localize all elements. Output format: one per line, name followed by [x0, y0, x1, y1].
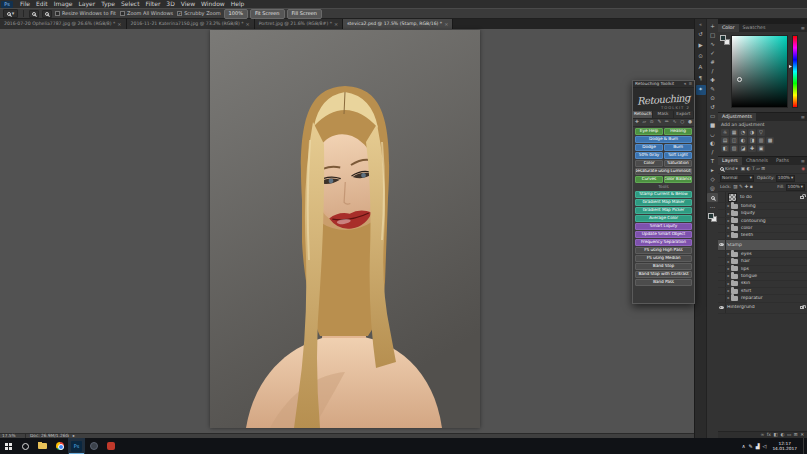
channel-mixer-icon[interactable]: ▥	[757, 137, 765, 144]
toolkit-button-dodge[interactable]: Dodge	[635, 144, 663, 151]
toolkit-button-dodge-burn[interactable]: Dodge & Burn	[635, 136, 692, 143]
checkbox-scrubby-zoom[interactable]: ✓Scrubby Zoom	[177, 11, 220, 16]
toolkit-tab-retouch[interactable]: Retouch	[633, 111, 653, 118]
foreground-color-swatch[interactable]	[708, 213, 714, 219]
filter-pixel-layers-icon[interactable]: ▣	[741, 167, 745, 172]
invert-icon[interactable]: ◧	[721, 145, 729, 152]
color-lookup-icon[interactable]: ▩	[766, 137, 774, 144]
toolkit-button-saturation[interactable]: Saturation	[664, 160, 692, 167]
chrome-button[interactable]	[51, 438, 68, 454]
toolkit-button-eye-help[interactable]: Eye Help	[635, 128, 663, 135]
photoshop-button[interactable]: Ps	[68, 438, 85, 454]
toolkit-button-band-pass[interactable]: Band Pass	[635, 279, 692, 286]
file-explorer-button[interactable]	[34, 438, 51, 454]
tab-close-icon[interactable]: ×	[334, 22, 338, 27]
marquee-tool[interactable]: □	[707, 31, 718, 40]
taskbar-clock[interactable]: 12:17 14.01.2017	[769, 441, 800, 452]
gradient-tool[interactable]: ■	[707, 121, 718, 130]
checkbox-resize-windows-to-fit[interactable]: Resize Windows to Fit	[55, 11, 116, 16]
adjustment-layer-icon[interactable]: ◐	[780, 433, 784, 438]
toolkit-button-gradient-map-maker[interactable]: Gradient Map Maker	[635, 199, 692, 206]
collapse-icon[interactable]: «	[684, 82, 687, 86]
lock-position-icon[interactable]: ✚	[744, 185, 748, 190]
dodge-tool-icon[interactable]: ○	[680, 120, 684, 125]
visibility-toggle[interactable]	[718, 281, 726, 287]
filter-kind-label[interactable]: Kind	[725, 167, 734, 171]
curves-icon[interactable]: ◔	[739, 129, 747, 136]
panel-color-swatches[interactable]	[720, 35, 730, 45]
document-tab[interactable]: 2016-07-20 Ophelia7787.jpg @ 26.6% (RGB/…	[0, 19, 127, 29]
layer-row-reparatur[interactable]: ▸reparatur	[718, 295, 807, 302]
lock-pixels-icon[interactable]: ✎	[739, 185, 743, 190]
toolkit-tab-export[interactable]: Export	[674, 111, 694, 118]
canvas-area[interactable]	[0, 29, 694, 433]
visibility-toggle[interactable]	[718, 273, 726, 279]
toolkit-button-healing[interactable]: Healing	[664, 128, 692, 135]
brush-tool-icon[interactable]: ✎	[657, 120, 661, 125]
toolkit-button-curves[interactable]: Curves	[635, 176, 663, 183]
pen-tool[interactable]: /	[707, 148, 718, 157]
document-tab[interactable]: 2016-11-21 Katerina7150.jpg @ 73.2% (RGB…	[127, 19, 255, 29]
show-desktop-button[interactable]	[803, 438, 806, 454]
visibility-toggle[interactable]	[718, 225, 726, 231]
toolkit-tab-mask[interactable]: Mask	[653, 111, 673, 118]
shape-tool[interactable]: ◇	[707, 175, 718, 184]
photo-filter-icon[interactable]: ◨	[748, 137, 756, 144]
tray-volume-icon[interactable]: ◁	[763, 444, 767, 449]
layer-row-hintergrund[interactable]: Hintergrund	[718, 303, 807, 314]
layer-effects-icon[interactable]: fx	[767, 433, 771, 438]
clone-stamp-tool-icon[interactable]: ⊙	[650, 120, 654, 125]
toolkit-button-frequency-separation[interactable]: Frequency Separation	[635, 239, 692, 246]
checkbox-box[interactable]: ✓	[177, 11, 182, 16]
toolkit-button-soft-light[interactable]: Soft Light	[664, 152, 692, 159]
selective-color-icon[interactable]: ✚	[748, 145, 756, 152]
blur-tool[interactable]: ◡	[707, 130, 718, 139]
clone-stamp-tool[interactable]: ⊙	[707, 94, 718, 103]
layers-tab-layers[interactable]: Layers	[718, 157, 742, 165]
document-tab[interactable]: stevica2.psd @ 17.5% (Stamp, RGB/16) *×	[343, 19, 453, 29]
visibility-toggle[interactable]	[718, 251, 726, 257]
toolkit-header[interactable]: Retouching Toolkit « ≡	[633, 81, 694, 88]
levels-icon[interactable]: ▦	[730, 129, 738, 136]
smudge-tool-icon[interactable]: ∿	[673, 120, 677, 125]
toolkit-button-gradient-map-picker[interactable]: Gradient Map Picker	[635, 207, 692, 214]
color-swatches[interactable]	[708, 213, 717, 222]
filter-type-layers-icon[interactable]: T	[752, 167, 755, 172]
eyedropper-tool[interactable]: ∕	[707, 67, 718, 76]
brush-tool[interactable]: ✎	[707, 85, 718, 94]
hue-slider[interactable]	[792, 35, 798, 108]
zoom-tool[interactable]	[707, 193, 718, 202]
menu-item-type[interactable]: Type	[98, 1, 118, 7]
visibility-toggle[interactable]	[718, 240, 726, 250]
color-tab-swatches[interactable]: Swatches	[739, 24, 770, 32]
checkbox-box[interactable]	[55, 11, 60, 16]
panel-menu-icon[interactable]: ≡	[799, 24, 807, 32]
type-tool[interactable]: T	[707, 157, 718, 166]
new-layer-icon[interactable]: ⊞	[794, 433, 798, 438]
filter-adjustment-layers-icon[interactable]: ◐	[746, 167, 750, 172]
menu-item-filter[interactable]: Filter	[143, 1, 164, 7]
edit-toolbar[interactable]: …	[707, 202, 718, 211]
opacity-select[interactable]: 100% ▾	[776, 175, 795, 182]
quick-selection-tool[interactable]: ✓	[707, 49, 718, 58]
fill-select[interactable]: 100% ▾	[786, 184, 805, 191]
toolkit-button-stamp-current-below[interactable]: Stamp Current & Below	[635, 191, 692, 198]
lasso-tool[interactable]: ∿	[707, 40, 718, 49]
history-brush-tool[interactable]: ↺	[707, 103, 718, 112]
foreground-color-swatch[interactable]	[720, 35, 726, 41]
crop-tool[interactable]: #	[707, 58, 718, 67]
spot-healing-tool-icon[interactable]: ✚	[635, 120, 639, 125]
fit-screen-button[interactable]: Fit Screen	[250, 9, 285, 19]
lock-all-icon[interactable]: ▪	[750, 185, 753, 190]
menu-item-select[interactable]: Select	[118, 1, 143, 7]
color-tab-color[interactable]: Color	[718, 24, 739, 32]
character-panel-icon[interactable]: A	[696, 63, 706, 73]
toolkit-button-fs-using-high-pass[interactable]: FS using High Pass	[635, 247, 692, 254]
threshold-icon[interactable]: ◪	[739, 145, 747, 152]
clone-source-panel-icon[interactable]: ⊙	[696, 52, 706, 62]
zoom-out-button[interactable]	[42, 10, 52, 18]
delete-layer-icon[interactable]: ✕	[800, 433, 804, 438]
dodge-tool[interactable]: ◐	[707, 139, 718, 148]
tab-close-icon[interactable]: ×	[246, 22, 250, 27]
app-button-red[interactable]	[102, 438, 119, 454]
